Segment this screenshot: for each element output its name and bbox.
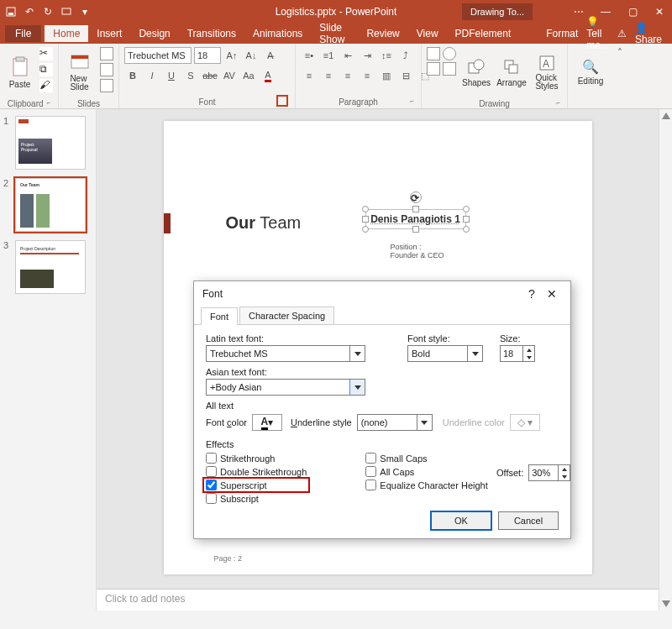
latin-font-combo[interactable]: Trebuchet MS	[206, 345, 365, 362]
ok-button[interactable]: OK	[431, 511, 491, 530]
chevron-down-icon[interactable]	[349, 380, 365, 395]
text-shadow-button[interactable]: S	[182, 67, 199, 84]
slide-thumbnail-2[interactable]: Our Team	[15, 178, 86, 232]
tab-animations[interactable]: Animations	[244, 25, 311, 42]
slide-thumbnail-3[interactable]: Project Description	[15, 240, 86, 294]
font-size-spinner[interactable]: 18	[500, 345, 535, 362]
tab-view[interactable]: View	[408, 25, 447, 42]
tab-pdfelement[interactable]: PDFelement	[447, 25, 520, 42]
reset-icon[interactable]	[100, 63, 113, 76]
dialog-close-button[interactable]: ✕	[542, 287, 562, 301]
tab-font-dialog[interactable]: Font	[201, 307, 238, 325]
increase-font-icon[interactable]: A↑	[223, 47, 240, 64]
chevron-down-icon[interactable]	[417, 415, 432, 430]
font-color-button[interactable]: A	[260, 67, 276, 84]
slide-thumbnail-pane[interactable]: 1 ProjectProposal 2 Our Team 3 Project D…	[0, 109, 97, 611]
share-button[interactable]: 👤 Share	[635, 22, 662, 45]
slide-thumbnail-1[interactable]: ProjectProposal	[15, 116, 86, 170]
offset-spinner[interactable]: 30%	[528, 464, 570, 481]
copy-icon[interactable]: ⧉	[39, 63, 53, 76]
font-dialog-launcher-icon[interactable]	[276, 95, 288, 107]
double-strikethrough-checkbox[interactable]: Double Strikethrough	[206, 466, 307, 477]
tab-character-spacing[interactable]: Character Spacing	[239, 307, 334, 324]
line-spacing-icon[interactable]: ↕≡	[378, 47, 395, 64]
shape-oval-icon[interactable]	[443, 47, 456, 60]
ribbon-display-options-icon[interactable]: ⋯	[571, 6, 586, 18]
shapes-button[interactable]: Shapes	[461, 47, 491, 97]
text-direction-icon[interactable]: ⤴	[397, 47, 414, 64]
arrange-button[interactable]: Arrange	[496, 47, 527, 97]
chevron-down-icon[interactable]	[467, 346, 482, 361]
shape-rect-icon[interactable]	[427, 47, 440, 60]
align-left-icon[interactable]: ≡	[301, 67, 318, 84]
char-spacing-button[interactable]: AV	[221, 67, 238, 84]
justify-icon[interactable]: ≡	[359, 67, 375, 84]
decrease-font-icon[interactable]: A↓	[243, 47, 260, 64]
change-case-button[interactable]: Aa	[240, 67, 257, 84]
font-color-picker[interactable]: A ▾	[252, 414, 282, 431]
redo-icon[interactable]: ↻	[42, 6, 54, 18]
bold-button[interactable]: B	[124, 67, 141, 84]
selected-text-box[interactable]: Denis Panagiotis 1 ⟳	[365, 209, 466, 229]
superscript-checkbox[interactable]: Superscript	[206, 480, 307, 490]
tab-insert[interactable]: Insert	[88, 25, 130, 42]
shape-arrow-icon[interactable]	[443, 62, 456, 76]
vertical-scrollbar[interactable]	[659, 109, 672, 611]
asian-font-combo[interactable]: +Body Asian	[206, 379, 365, 396]
paste-button[interactable]: Paste	[5, 47, 34, 97]
resize-handle[interactable]	[463, 206, 470, 212]
tab-review[interactable]: Review	[358, 25, 407, 42]
qat-customize-icon[interactable]: ▾	[79, 6, 91, 18]
resize-handle[interactable]	[362, 206, 369, 212]
strikethrough-button[interactable]: abc	[202, 67, 218, 84]
underline-style-combo[interactable]: (none)	[357, 414, 433, 431]
align-center-icon[interactable]: ≡	[320, 67, 337, 84]
align-text-icon[interactable]: ⊟	[397, 67, 414, 84]
rotate-handle-icon[interactable]: ⟳	[410, 191, 422, 203]
tab-home[interactable]: Home	[45, 25, 88, 42]
quick-styles-button[interactable]: AQuick Styles	[532, 47, 562, 97]
clear-formatting-icon[interactable]: A̶	[262, 47, 279, 64]
save-icon[interactable]	[5, 6, 17, 18]
strikethrough-checkbox[interactable]: Strikethrough	[206, 453, 307, 464]
section-icon[interactable]	[100, 79, 113, 92]
format-painter-icon[interactable]: 🖌	[39, 79, 53, 92]
columns-icon[interactable]: ▥	[378, 67, 395, 84]
decrease-indent-icon[interactable]: ⇤	[339, 47, 356, 64]
dialog-help-button[interactable]: ?	[522, 287, 542, 301]
resize-handle[interactable]	[412, 226, 419, 233]
equalize-height-checkbox[interactable]: Equalize Character Height	[365, 480, 487, 490]
cancel-button[interactable]: Cancel	[498, 511, 559, 530]
tab-format[interactable]: Format	[538, 25, 586, 42]
font-size-combo[interactable]: 18	[194, 47, 221, 64]
font-name-combo[interactable]: Trebuchet MS	[124, 47, 192, 64]
underline-button[interactable]: U	[163, 67, 180, 84]
warning-icon[interactable]: ⚠	[617, 28, 627, 39]
collapse-ribbon-icon[interactable]: ˄	[617, 47, 622, 59]
resize-handle[interactable]	[463, 226, 470, 233]
increase-indent-icon[interactable]: ⇥	[359, 47, 375, 64]
subscript-checkbox[interactable]: Subscript	[206, 493, 307, 504]
bullets-icon[interactable]: ≡•	[301, 47, 318, 64]
font-style-combo[interactable]: Bold	[407, 345, 483, 362]
resize-handle[interactable]	[362, 216, 369, 223]
cut-icon[interactable]: ✂	[39, 47, 53, 60]
shape-line-icon[interactable]	[427, 62, 440, 76]
align-right-icon[interactable]: ≡	[339, 67, 356, 84]
resize-handle[interactable]	[463, 216, 470, 223]
start-slideshow-icon[interactable]	[60, 6, 72, 18]
new-slide-button[interactable]: New Slide	[64, 47, 95, 97]
undo-icon[interactable]: ↶	[24, 6, 35, 18]
tab-file[interactable]: File	[5, 25, 41, 42]
tab-transitions[interactable]: Transitions	[179, 25, 244, 42]
tab-design[interactable]: Design	[130, 25, 178, 42]
resize-handle[interactable]	[412, 206, 419, 212]
chevron-down-icon[interactable]	[349, 346, 365, 361]
small-caps-checkbox[interactable]: Small Caps	[365, 453, 487, 464]
notes-pane[interactable]: Click to add notes	[97, 589, 659, 611]
layout-icon[interactable]	[100, 47, 113, 60]
italic-button[interactable]: I	[144, 67, 160, 84]
editing-button[interactable]: 🔍Editing	[573, 47, 608, 97]
all-caps-checkbox[interactable]: All Caps	[365, 466, 487, 477]
numbering-icon[interactable]: ≡1	[320, 47, 337, 64]
